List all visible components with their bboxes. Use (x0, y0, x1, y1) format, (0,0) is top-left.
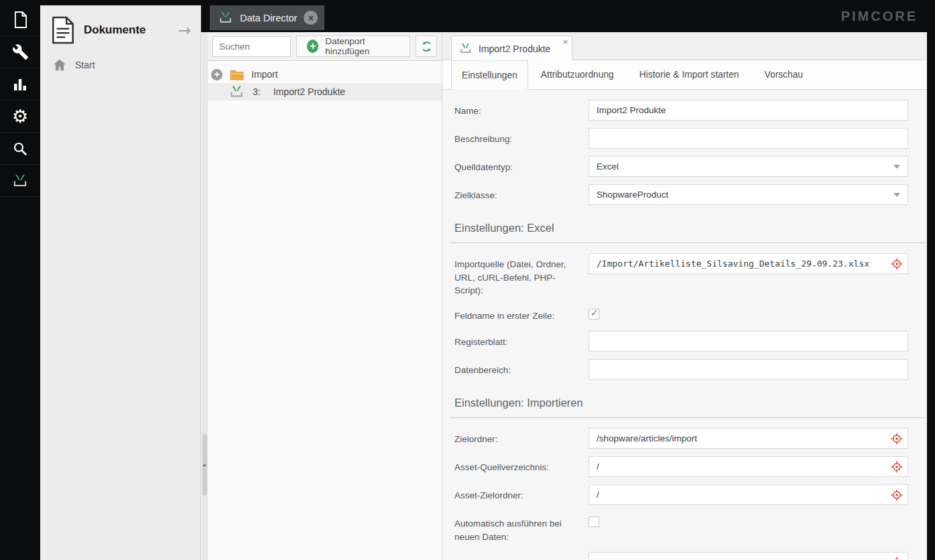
asset-zielordner-field[interactable] (588, 484, 908, 505)
target-locate-icon[interactable] (891, 557, 903, 559)
data-director-panel: + Datenport hinzufügen + Import (208, 32, 442, 560)
target-locate-icon[interactable] (891, 433, 903, 445)
field-label: Feldname in erster Zeile: (450, 305, 588, 323)
tab-data-director-label: Data Director (240, 13, 297, 23)
collapse-left-icon: ◂ (202, 462, 206, 468)
sidebar-item-data-director[interactable] (0, 165, 40, 197)
gear-icon: ⚙ (12, 107, 28, 125)
close-icon[interactable]: × (304, 11, 318, 25)
form-row-beschreibung: Beschreibung: (450, 128, 927, 149)
section-title: Einstellungen: Excel (454, 222, 925, 234)
splitter-grip[interactable]: ◂ (202, 434, 207, 496)
add-dataport-button[interactable]: + Datenport hinzufügen (296, 36, 410, 57)
target-locate-icon[interactable] (891, 461, 903, 473)
form-row-importquelle: Importquelle (Datei, Ordner, URL, cURL-B… (450, 253, 927, 297)
form-row-quelldatentyp: Quelldatentyp: (450, 156, 927, 177)
field-label: Automatisch ausführen bei neuen Daten: (450, 512, 588, 543)
search-input[interactable] (212, 36, 291, 57)
folder-icon (230, 69, 244, 80)
home-icon (53, 59, 66, 71)
form-row-asset-quellverzeichnis: Asset-Quellverzeichnis: (450, 456, 927, 477)
tree-node-label: Import (251, 69, 278, 80)
dataport-name: Import2 Produkte (273, 86, 345, 97)
settings-form: Name: Beschreibung: Quelldatentyp: Zielk… (442, 90, 927, 559)
form-row-zielklasse: Zielklasse: (450, 184, 927, 205)
dataport-id: 3: (253, 86, 261, 97)
form-row-zielordner: Zielordner: (450, 428, 927, 449)
subtab-historie-import-starten[interactable]: Historie & Import starten (627, 60, 752, 89)
automatisch-ausfuehren-checkbox[interactable] (588, 516, 599, 527)
field-label: Zielklasse: (450, 184, 588, 205)
section-title: Einstellungen: Importieren (454, 397, 925, 409)
top-bar: Data Director × PIMCORE (201, 0, 935, 32)
documents-panel-icon (51, 16, 75, 44)
beschreibung-field[interactable] (588, 128, 908, 149)
data-director-toolbar: + Datenport hinzufügen (208, 32, 442, 61)
subtab-einstellungen[interactable]: Einstellungen (451, 60, 528, 90)
feldname-checkbox[interactable]: ✓ (588, 309, 599, 320)
field-label: Asset-Quellverzeichnis: (450, 456, 588, 477)
documents-panel-title: Dokumente (84, 23, 170, 37)
sidebar-item-search[interactable] (0, 133, 40, 165)
bar-chart-icon (12, 76, 28, 92)
field-label: Registerblatt: (450, 331, 588, 352)
tab-data-director[interactable]: Data Director × (210, 5, 324, 30)
datenbereich-field[interactable] (588, 359, 908, 380)
panel-splitter[interactable]: ◂ (201, 5, 208, 560)
asset-quellverzeichnis-field[interactable] (588, 456, 908, 477)
zielordner-field[interactable] (588, 428, 908, 449)
zielklasse-select[interactable] (588, 184, 908, 205)
data-director-icon (229, 84, 245, 100)
check-icon: ✓ (590, 308, 599, 318)
form-row-name: Name: (450, 100, 927, 121)
tree-node-dataport[interactable]: 3: Import2 Produkte (208, 83, 442, 100)
name-field[interactable] (588, 100, 908, 121)
field-label: Importquelle (Datei, Ordner, URL, cURL-B… (450, 253, 588, 297)
field-label: Beschreibung: (450, 128, 588, 149)
document-tree-item-start[interactable]: Start (40, 52, 200, 78)
refresh-button[interactable] (416, 36, 437, 57)
sidebar-item-documents[interactable] (0, 4, 40, 36)
add-dataport-button-label: Datenport hinzufügen (325, 36, 399, 56)
form-row-asset-zielordner: Asset-Zielordner: (450, 484, 927, 505)
document-icon (13, 11, 28, 29)
data-director-icon (11, 172, 29, 190)
section-importieren: Einstellungen: Importieren (450, 397, 925, 418)
section-excel: Einstellungen: Excel (450, 222, 925, 243)
sidebar-item-settings[interactable]: ⚙ (0, 100, 40, 133)
sidebar-item-reports[interactable] (0, 68, 40, 100)
field-label: Datenbereich: (450, 359, 588, 380)
documents-panel-header: Dokumente → (40, 5, 200, 52)
quelldatentyp-select[interactable] (588, 156, 908, 177)
refresh-icon (420, 40, 434, 54)
editor-subtabs: Einstellungen Attributzuordnung Historie… (442, 60, 927, 90)
field-label: Archivierungsordner: (450, 552, 588, 559)
field-label: Zielordner: (450, 428, 588, 449)
archivierungsordner-field[interactable] (588, 552, 908, 559)
close-icon[interactable]: × (563, 37, 568, 47)
dataport-tree: + Import 3: Import2 Produkte (208, 61, 442, 100)
importquelle-field[interactable] (588, 253, 908, 274)
field-label: Quelldatentyp: (450, 156, 588, 177)
form-row-registerblatt: Registerblatt: (450, 331, 927, 352)
subtab-vorschau[interactable]: Vorschau (752, 60, 816, 89)
editor-tabstrip: Import2 Produkte × (442, 32, 927, 60)
expand-icon[interactable]: + (211, 69, 223, 80)
document-tree-item-label: Start (75, 60, 95, 70)
data-director-icon (218, 10, 233, 25)
editor-panel: Import2 Produkte × Einstellungen Attribu… (442, 32, 927, 560)
tree-node-import-folder[interactable]: + Import (208, 66, 442, 83)
arrow-right-icon[interactable]: → (178, 23, 191, 38)
pimcore-logo: PIMCORE (841, 9, 918, 24)
registerblatt-field[interactable] (588, 331, 908, 352)
form-row-feldname-erste-zeile: Feldname in erster Zeile: ✓ (450, 305, 927, 323)
tab-import2-produkte[interactable]: Import2 Produkte × (451, 36, 572, 61)
add-icon: + (307, 40, 318, 53)
subtab-attributzuordnung[interactable]: Attributzuordnung (528, 60, 627, 89)
main-nav-sidebar: ⚙ (0, 0, 40, 560)
search-icon (12, 141, 28, 157)
form-row-automatisch-ausfuehren: Automatisch ausführen bei neuen Daten: (450, 512, 927, 543)
target-locate-icon[interactable] (891, 489, 903, 501)
sidebar-item-tools[interactable] (0, 36, 40, 68)
target-locate-icon[interactable] (891, 258, 903, 270)
